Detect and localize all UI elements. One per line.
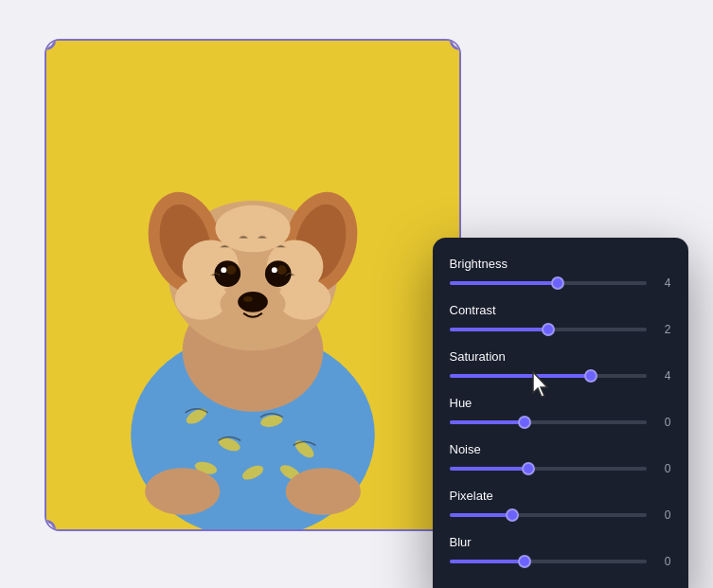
hue-label: Hue [450,396,671,410]
control-row-brightness: Brightness4 [450,257,671,290]
controls-panel: Brightness4Contrast2Saturation4Hue0Noise… [433,238,688,589]
hue-track[interactable] [450,420,647,424]
hue-value: 0 [656,416,671,429]
contrast-thumb[interactable] [542,323,555,336]
pixelate-label: Pixelate [450,489,671,503]
contrast-slider-container: 2 [450,323,671,336]
saturation-track[interactable] [450,374,647,378]
contrast-value: 2 [656,323,671,336]
svg-point-19 [277,278,330,320]
hue-fill [450,420,525,424]
noise-value: 0 [656,462,671,475]
contrast-fill [450,328,548,331]
control-row-contrast: Contrast2 [450,303,671,336]
control-row-saturation: Saturation4 [450,349,671,383]
svg-point-18 [174,278,226,320]
saturation-value: 4 [656,369,671,383]
pixelate-value: 0 [656,508,671,522]
noise-label: Noise [450,442,671,456]
noise-slider-container: 0 [450,462,671,475]
brightness-slider-container: 4 [450,276,671,290]
svg-point-24 [276,265,286,275]
saturation-label: Saturation [450,349,671,364]
blur-fill [450,560,525,563]
brightness-value: 4 [656,276,671,290]
blur-thumb[interactable] [518,555,531,568]
brightness-track[interactable] [450,281,647,285]
control-row-noise: Noise0 [450,442,671,475]
control-row-blur: Blur0 [450,535,671,568]
pixelate-thumb[interactable] [506,508,519,522]
svg-point-26 [271,267,276,273]
noise-fill [450,467,528,471]
contrast-label: Contrast [450,303,671,317]
blur-track[interactable] [450,560,647,563]
blur-slider-container: 0 [450,555,671,568]
contrast-track[interactable] [450,328,647,331]
saturation-slider-container: 4 [450,369,671,383]
hue-thumb[interactable] [518,416,531,429]
control-row-pixelate: Pixelate0 [450,489,671,522]
noise-track[interactable] [450,467,647,471]
pixelate-fill [450,513,513,517]
brightness-thumb[interactable] [551,276,564,290]
svg-point-29 [145,468,220,515]
svg-point-28 [243,295,253,301]
brightness-label: Brightness [450,257,671,271]
scene: Brightness4Contrast2Saturation4Hue0Noise… [26,20,688,569]
dog-image [46,41,459,529]
svg-point-25 [221,267,226,273]
pixelate-track[interactable] [450,513,647,517]
saturation-thumb[interactable] [584,369,597,383]
image-card [45,39,461,531]
svg-point-27 [238,291,268,312]
control-row-hue: Hue0 [450,396,671,429]
blur-value: 0 [656,555,671,568]
pixelate-slider-container: 0 [450,508,671,522]
saturation-fill [450,374,592,378]
svg-point-23 [226,265,236,275]
brightness-fill [450,281,558,285]
svg-point-30 [285,468,360,515]
blur-label: Blur [450,535,671,549]
hue-slider-container: 0 [450,416,671,429]
noise-thumb[interactable] [522,462,535,475]
